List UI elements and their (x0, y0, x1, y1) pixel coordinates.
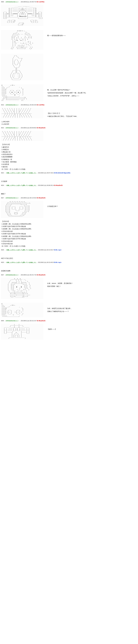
post-header: 4937 ：●InfinitySwordの人◇○ ：2021/08/11(水) … (1, 274, 137, 276)
poster-id[interactable]: ID:×z1879bn (37, 104, 45, 106)
dialogue-line: "如果你想实现你的愿望，就念出来吧"？嗯，我太累了吗。 (47, 92, 87, 94)
post-header: 4924 ：○大殿しんLDLち-とも言ってば聖っている名無しさん ：2021/0… (1, 184, 137, 186)
post-number[interactable]: 4909 (1, 1, 4, 2)
dialogue: 糟糕了 (1, 187, 6, 196)
post-header: 4915 ：●InfinitySwordの人◇○ ：2021/08/11(水) … (1, 127, 137, 129)
poster-id[interactable]: ID:49za20nZG (37, 274, 45, 276)
post-number[interactable]: 4928 (1, 249, 4, 251)
option-item: 3.加雷斯（咦，怎么狂战士兰斯洛特也在啊） (2, 228, 137, 230)
poster-name[interactable]: InfinitySwordの人◇○ (6, 274, 19, 276)
post-date: 2021/08/11(水) 00:04:08:02 (21, 127, 37, 128)
poster-name[interactable]: InfinitySwordの人◇○ (6, 320, 19, 322)
option-item: 5.对弗子也杀不掉的 EXTRA 弗拉德 (2, 232, 137, 235)
poster-name[interactable]: InfinitySwordの人◇○ (6, 104, 19, 106)
post-body: __人__人__人__ ／￣ | | | ￣＼ / ____ | | | ___… (1, 276, 137, 300)
post-header: 4922 ：○大殿しんLDLち-とも言ってば聖っている名無しさん ：2021/0… (1, 172, 137, 174)
ascii-art: __人__人__人__ ／￣ | | | ￣＼ / ____ | | | ___… (1, 278, 43, 299)
post-body: ____|_____|____ / | | \ ,------'-----+--… (1, 322, 137, 341)
poster-name[interactable]: InfinitySwordの人◇○ (6, 1, 19, 2)
post-number[interactable]: 4924 (1, 185, 4, 186)
post-date: 2021/08/10(火) 20:38:07:59 (21, 1, 37, 2)
post-body: f Y⌒Y Y ヽ __ノ `ー-、 /::::`ヽ ＿＿ r::::\ /::… (1, 28, 137, 51)
dialogue-line: 从者，lancer，加雷斯，受召唤而来！ (47, 282, 73, 284)
ascii-art: Λ ミ＼ ／⌒Y⌒ヽ ミミ\ ＿ノ ゝ＿ ミミミ\/ \ ミミミY ___ __… (1, 303, 43, 317)
poster-id[interactable]: ID:49za20nZG (37, 320, 45, 322)
dialogue-line: ※确定会召唤出来三骑士。于是去掉了rider。 (47, 115, 78, 118)
post-number[interactable]: 4915 (1, 127, 4, 128)
post: Λ ／⌒Y⌒ヽ ミ＼ ＿ノ ゝ＿ ミミ\ / \ ミミミY ___ ___ Y … (1, 83, 137, 103)
poster-name[interactable]: InfinitySwordの人◇○ (6, 127, 19, 128)
post-date: 2021/08/10(火) 20:38:32:83 (21, 104, 37, 106)
option-item: 6.对帕祖达一世 (2, 158, 137, 161)
poster-name[interactable]: 大殿しんLDLち-とも言ってば聖っている名無しさん (6, 249, 36, 251)
post-header: 4928 ：○大殿しんLDLち-とも言ってば聖っている名無しさん ：2021/0… (1, 249, 137, 251)
post-body: Λ ／⌒Y⌒ヽ ミ＼ ＿ノ ゝ＿ ミミ\ / \ ミミミY ___ ___ Y … (1, 83, 137, 103)
option-item: 2.伊丽莎白 (2, 148, 137, 151)
poster-name[interactable]: InfinitySwordの人◇○ (6, 197, 19, 198)
ascii-art: ____|_____|____ / | | \ ,------'-----+--… (1, 324, 43, 340)
post-body: 糟糕了 (1, 187, 137, 196)
option-item: 3.弗拉德三世 (2, 151, 137, 153)
option-item: 4.菲恩·麦克库尔 (2, 153, 137, 156)
dialogue: 从者，lancer，加雷斯，受召唤而来！请多关照喔！御主！ (47, 276, 73, 288)
post-date: 2021/08/11(水) 00:07:20:01 (38, 172, 54, 174)
post-body: \ \ \ \ \ | | | / / / / / \ \ \ \ \ | | … (1, 106, 137, 120)
dialogue-line: 【阶介【1D2:2】】 (47, 112, 78, 114)
post: 4924 ：○大殿しんLDLち-とも言ってば聖っている名無しさん ：2021/0… (1, 184, 137, 196)
post-header: 4944 ：●InfinitySwordの人◇○ ：2021/08/11(水) … (1, 320, 137, 322)
post-body: __⌒)_⌒)_⌒)_⌒)_⌒)_⌒)_⌒)__ /::::::::::::::… (1, 200, 137, 219)
option-item: 9.没有AA的从者 (2, 242, 137, 245)
poster-name[interactable]: 大殿しんLDLち-とも言ってば聖っている名無しさん (6, 262, 36, 263)
poster-id[interactable]: ID:00.--Iay.h (54, 262, 61, 263)
option-item: 4.没有AA的从者 (2, 230, 137, 232)
options-list: 【1D10:10】1.赫克托尔2.伊丽莎白3.弗拉德三世4.菲恩·麦克库尔5.凯… (2, 143, 137, 170)
poster-id[interactable]: ID:×z1879bn (37, 1, 45, 2)
post-number[interactable]: 4922 (1, 172, 4, 174)
post: 4910 ：●InfinitySwordの人◇○ ：2021/08/10(火) … (1, 104, 137, 126)
poster-name[interactable]: 大殿しんLDLち-とも言ってば聖っている名無しさん (6, 172, 36, 174)
post-date: 2021/08/11(水) 00:15:45:55 (38, 262, 54, 263)
dialogue-line: 【镇田——】 (47, 328, 57, 330)
post-body: 4927=不杀父亲兰 (1, 252, 137, 260)
post-body: \ \ \ \ \ | | | / / / / / \ \ \ \ \ | | … (1, 129, 137, 142)
option-item: 8.长尾景虎 (2, 163, 137, 166)
post-number[interactable]: 4910 (1, 104, 4, 106)
option-item: 9.迦尔纳 (2, 166, 137, 168)
poster-id[interactable]: ID:00.136.20,40 0/jpzmANo (54, 172, 70, 174)
option-item: 7.瓦尔基里 · 斯特琳德 (2, 161, 137, 163)
dialogue: 大失败草 (1, 174, 7, 183)
dialogue: 【镇田——】 (47, 322, 57, 331)
post-body: _____ ___.----''''' '''''----.___ (| | -… (1, 3, 137, 27)
post-header: 4929 ：○大殿しんLDLち-とも言ってば聖っている名無しさん ：2021/0… (1, 262, 137, 264)
poster-name[interactable]: 大殿しんLDLち-とも言ってば聖っている名無しさん (6, 185, 36, 186)
options-list: 1.ARCHER2.LANCER (2, 120, 137, 126)
post: f Y⌒Y Y ヽ __ノ `ー-、 /::::`ヽ ＿＿ r::::\ /::… (1, 28, 137, 51)
post-number[interactable]: 4937 (1, 274, 4, 276)
option-item: 2.LANCER (2, 123, 137, 126)
poster-id[interactable]: ID:49za20nZG (37, 127, 45, 128)
option-item: 5.凯内特啊啊啊! (2, 156, 137, 158)
ascii-art: Λ ／⌒Y⌒ヽ ミ＼ ＿ノ ゝ＿ ミミ\ / \ ミミミY ___ ___ Y … (1, 84, 43, 102)
post: 4929 ：○大殿しんLDLち-とも言ってば聖っている名無しさん ：2021/0… (1, 262, 137, 273)
dialogue-line: "从阻止之轮而来，天平的守护者"，这样么—— (47, 95, 87, 97)
option-item: 1.ARCHER (2, 120, 137, 123)
dialogue-line: 召唤出了像着铠甲的少女——？ (47, 310, 72, 312)
post-number[interactable]: 4929 (1, 262, 4, 263)
post-number[interactable]: 4927 (1, 197, 4, 198)
post-header: 4910 ：●InfinitySwordの人◇○ ：2021/08/10(火) … (1, 104, 137, 106)
poster-id[interactable]: ID:49za20nZG (54, 185, 63, 186)
dialogue-line: 嗯——那我就想要龙珠—— (47, 34, 66, 37)
post-body: Λ ミ＼ ／⌒Y⌒ヽ ミミ\ ＿ノ ゝ＿ ミミミ\/ \ ミミミY ___ __… (1, 302, 137, 319)
poster-id[interactable]: ID:00.--Iay.h (54, 249, 61, 251)
dialogue-line: 为何，咏唱咒文后就出现了魔法阵， (47, 308, 72, 310)
option-item: 8.没有AA的从者 (2, 240, 137, 242)
poster-id[interactable]: ID:49za20nZG (37, 197, 45, 198)
dialogue: 4927=不杀父亲兰 (1, 252, 13, 260)
ascii-art: \ \ \ \ \ | | | / / / / / \ \ \ \ \ | | … (1, 108, 43, 118)
dialogue-line: 4927=不杀父亲兰 (1, 257, 13, 260)
option-item: 10.【1D2：2】(1.大成功 2.大失败) (2, 168, 137, 170)
option-item: 1.加雷斯（咦，怎么狂战士兰斯洛特也在啊） (2, 223, 137, 225)
post: Λ ミ＼ ／⌒Y⌒ヽ ミミ\ ＿ノ ゝ＿ ミミミ\/ \ ミミミY ___ __… (1, 302, 137, 319)
post: 4915 ：●InfinitySwordの人◇○ ：2021/08/11(水) … (1, 127, 137, 171)
post-number[interactable]: 4944 (1, 320, 4, 322)
